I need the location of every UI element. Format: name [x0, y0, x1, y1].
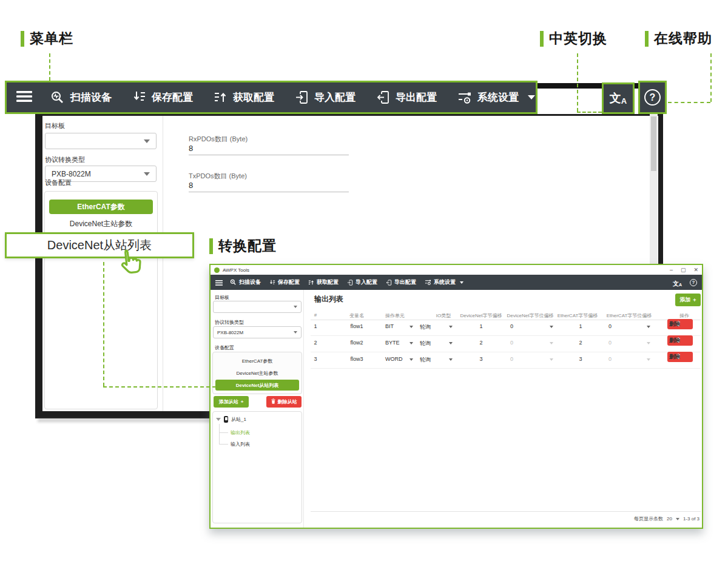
- scan-icon: [50, 90, 65, 105]
- ethercat-params-button[interactable]: EtherCAT参数: [49, 200, 153, 214]
- txpdos-value[interactable]: 8: [189, 181, 193, 190]
- menu-item-scan-device[interactable]: 扫描设备: [230, 278, 261, 286]
- chevron-down-icon[interactable]: [550, 326, 553, 328]
- tree-item-output-list[interactable]: 输出列表: [231, 429, 250, 436]
- menu-item-export-config[interactable]: 导出配置: [386, 278, 416, 286]
- cell-dn-bit-select[interactable]: 0: [510, 323, 513, 329]
- chevron-down-icon: [294, 306, 297, 308]
- menu-item-label: 导出配置: [394, 278, 416, 286]
- menu-item-label: 系统设置: [434, 278, 456, 286]
- lang-switch-button[interactable]: 文A: [602, 82, 635, 114]
- menu-item-scan-device[interactable]: 扫描设备: [50, 90, 112, 105]
- col-header-dn-bit: DeviceNet字节位偏移: [507, 312, 554, 319]
- dashed-connector-lang-h: [577, 112, 602, 113]
- tree-expander-icon[interactable]: [216, 418, 221, 421]
- devicenet-slave-list-button[interactable]: DeviceNet从站列表: [215, 380, 299, 391]
- chevron-down-icon[interactable]: [647, 358, 650, 361]
- chevron-down-icon: [460, 281, 463, 284]
- tree-node-slave1[interactable]: 从站_1: [216, 416, 246, 423]
- chevron-down-icon[interactable]: [449, 358, 453, 361]
- delete-slave-button[interactable]: 删除从站: [266, 396, 302, 408]
- menu-item-label: 扫描设备: [239, 278, 261, 286]
- menu-item-get-config[interactable]: 获取配置: [308, 278, 339, 286]
- chevron-down-icon: [144, 139, 150, 143]
- chevron-down-icon[interactable]: [550, 358, 553, 361]
- dashed-connector-menu-bar: [49, 53, 50, 81]
- minimize-button[interactable]: –: [670, 267, 673, 273]
- cell-ec-byte[interactable]: 3: [579, 356, 582, 362]
- devicenet-master-params-item[interactable]: DeviceNet主站参数: [212, 370, 302, 377]
- cell-ec-bit-select[interactable]: 0: [608, 323, 612, 329]
- cell-dn-bit-select[interactable]: 0: [510, 356, 513, 362]
- cell-io-select[interactable]: 轮询: [420, 323, 431, 331]
- cell-unit-select[interactable]: WORD: [385, 356, 403, 362]
- ethercat-params-item[interactable]: EtherCAT参数: [212, 358, 302, 364]
- help-button[interactable]: ?: [690, 279, 697, 286]
- left-panel-divider: [163, 116, 163, 411]
- cell-var: flow2: [350, 340, 363, 346]
- maximize-button[interactable]: ▢: [681, 267, 686, 273]
- menu-item-import-config[interactable]: 导入配置: [295, 90, 356, 104]
- add-slave-button[interactable]: 添加从站+: [214, 396, 249, 408]
- menu-item-export-config[interactable]: 导出配置: [376, 90, 437, 104]
- devicenet-master-params-item[interactable]: DeviceNet主站参数: [44, 219, 158, 229]
- menu-item-system-settings[interactable]: 系统设置: [425, 278, 463, 286]
- close-button[interactable]: ✕: [693, 267, 698, 273]
- cell-unit-select[interactable]: BYTE: [385, 340, 400, 346]
- menu-item-get-config[interactable]: 获取配置: [214, 90, 274, 104]
- cell-dn-byte[interactable]: 3: [479, 356, 482, 362]
- trash-icon: [271, 398, 275, 405]
- cell-unit-select[interactable]: BIT: [385, 323, 394, 329]
- vertical-scrollbar[interactable]: [650, 114, 658, 264]
- cell-ec-byte[interactable]: 1: [579, 323, 582, 329]
- help-button[interactable]: ?: [638, 81, 667, 114]
- tree-item-input-list[interactable]: 输入列表: [231, 441, 250, 448]
- chevron-down-icon[interactable]: [410, 326, 413, 328]
- col-header-var: 变量名: [349, 312, 364, 319]
- page-size-value[interactable]: 20: [667, 516, 672, 522]
- cell-io-select[interactable]: 轮询: [420, 340, 431, 347]
- chevron-down-icon[interactable]: [550, 342, 553, 344]
- cell-dn-byte[interactable]: 1: [479, 323, 482, 329]
- target-board-select[interactable]: [45, 133, 157, 149]
- chevron-down-icon[interactable]: [449, 342, 453, 344]
- device-config-label: 设备配置: [215, 344, 234, 351]
- hamburger-icon[interactable]: [215, 277, 223, 288]
- cell-ec-byte[interactable]: 2: [579, 340, 582, 346]
- cell-dn-byte[interactable]: 2: [479, 340, 482, 346]
- menu-item-save-config[interactable]: 保存配置: [132, 90, 193, 104]
- rxpdos-value[interactable]: 8: [189, 144, 193, 153]
- cell-io-select[interactable]: 轮询: [420, 356, 431, 364]
- chevron-down-icon[interactable]: [647, 342, 650, 344]
- chevron-down-icon[interactable]: [410, 358, 413, 361]
- menu-item-system-settings[interactable]: 系统设置: [457, 90, 535, 105]
- chevron-down-icon[interactable]: [647, 326, 650, 328]
- cell-ec-bit-select[interactable]: 0: [608, 356, 612, 362]
- cell-ec-bit-select[interactable]: 0: [608, 340, 612, 346]
- hamburger-icon[interactable]: [16, 90, 32, 105]
- delete-row-button[interactable]: 删除: [667, 352, 693, 362]
- callout-online-help-label: 在线帮助: [654, 29, 712, 48]
- menu-item-label: 导出配置: [396, 90, 437, 104]
- row-divider: [311, 335, 701, 336]
- lang-switch-button[interactable]: 文A: [673, 278, 682, 287]
- menu-item-label: 扫描设备: [70, 90, 112, 104]
- col-header-action: 操作: [679, 312, 689, 319]
- col-header-unit: 操作单元: [385, 312, 405, 319]
- cell-dn-bit-select[interactable]: 0: [510, 340, 513, 346]
- protocol-type-select[interactable]: PXB-8022M: [213, 326, 302, 338]
- chevron-down-icon[interactable]: [449, 326, 453, 328]
- chevron-down-icon[interactable]: [410, 342, 413, 344]
- chevron-down-icon: [294, 331, 297, 334]
- menu-item-save-config[interactable]: 保存配置: [269, 278, 300, 286]
- devicenet-slave-list-button[interactable]: DeviceNet从站列表: [5, 232, 194, 258]
- scrollbar-thumb[interactable]: [651, 116, 656, 171]
- menu-item-import-config[interactable]: 导入配置: [347, 278, 377, 286]
- delete-row-button[interactable]: 删除: [667, 319, 693, 329]
- get-config-icon: [214, 90, 228, 104]
- delete-row-button[interactable]: 删除: [667, 335, 693, 346]
- add-row-button[interactable]: 添加+: [675, 294, 701, 306]
- target-board-select[interactable]: [213, 301, 302, 313]
- chevron-down-icon[interactable]: [676, 518, 679, 520]
- menu-bar: 扫描设备 保存配置 获取配置 导入配置 导出配置 系统设置: [5, 81, 538, 114]
